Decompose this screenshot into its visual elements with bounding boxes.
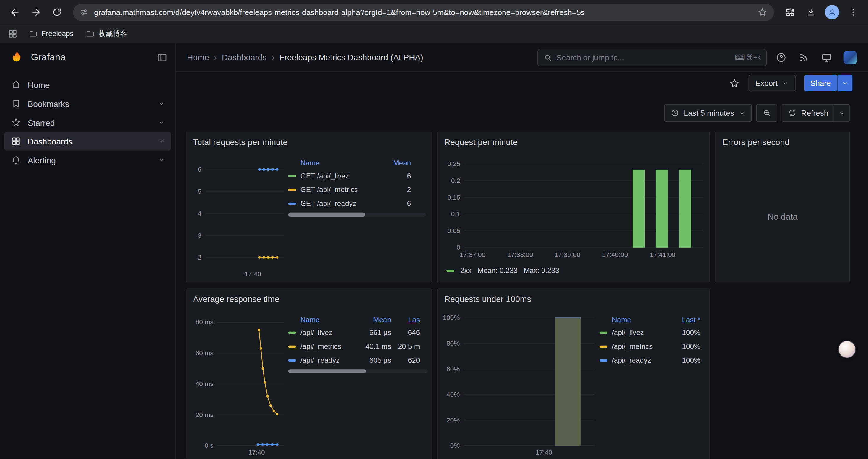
series-name[interactable]: 2xx [460,266,471,275]
grafana-logo-icon[interactable] [10,51,25,65]
refresh-icon [788,108,797,117]
browser-menu-button[interactable] [844,3,863,22]
legend-column-header[interactable]: Last * [667,316,700,324]
sidebar-item-dashboards[interactable]: Dashboards [4,132,171,151]
search-box[interactable]: ⌨⌘+k [537,48,767,66]
bookmarks-list: Freeleaps收藏博客 [25,27,130,40]
address-bar[interactable] [73,4,774,21]
panel-total-requests: Total requests per minute 6543217:40 Nam… [186,132,432,282]
series-name[interactable]: GET /api/_readyz [301,199,382,208]
series-value: 100% [667,328,700,337]
legend-column-header[interactable]: Las [391,316,420,324]
series-swatch [446,269,454,271]
url-input[interactable] [94,8,752,17]
chevron-down-icon[interactable] [158,137,165,145]
rss-icon[interactable] [798,52,809,63]
svg-text:40%: 40% [446,391,460,398]
breadcrumb-separator: › [272,53,274,62]
panel-title[interactable]: Requests under 100ms [444,294,531,303]
panel-title[interactable]: Request per minute [444,137,518,147]
sidebar-item-bookmarks[interactable]: Bookmarks [4,94,171,113]
svg-text:0%: 0% [450,442,460,449]
legend-scrollbar[interactable] [288,369,428,373]
back-button[interactable] [6,3,25,22]
header-icons [776,51,859,64]
panel-title[interactable]: Total requests per minute [193,137,288,147]
svg-text:6: 6 [198,166,201,173]
chevron-down-icon[interactable] [158,156,165,164]
assistant-avatar-button[interactable] [839,341,855,358]
home-icon [11,80,21,90]
sidebar-item-label: Alerting [28,155,151,165]
share-dropdown-button[interactable] [837,75,852,91]
chevron-down-icon[interactable] [158,119,165,126]
series-name[interactable]: /api/_metrics [301,342,358,350]
series-value: 646 [391,328,420,337]
sidebar-item-starred[interactable]: Starred [4,113,171,132]
panel-title[interactable]: Errors per second [723,137,789,147]
svg-text:17:37:00: 17:37:00 [460,251,486,258]
grafana-sidebar: Grafana HomeBookmarksStarredDashboardsAl… [0,43,176,459]
sidebar-item-label: Bookmarks [28,99,151,108]
favorite-star-icon[interactable] [729,78,740,88]
bookmark-item[interactable]: Freeleaps [25,27,77,40]
dock-sidebar-icon[interactable] [157,52,167,63]
legend-scrollbar[interactable] [288,213,426,217]
extensions-button[interactable] [780,3,800,22]
svg-text:17:40: 17:40 [248,449,265,456]
share-button[interactable]: Share [804,75,837,91]
svg-text:0.25: 0.25 [447,160,460,167]
breadcrumb-item[interactable]: Home [187,53,209,62]
profile-avatar[interactable] [825,5,839,20]
bookmark-label: Freeleaps [41,29,73,37]
sidebar-item-alerting[interactable]: Alerting [4,151,171,169]
chevron-down-icon[interactable] [158,100,165,107]
series-name[interactable]: /api/_livez [301,328,358,337]
panel-title[interactable]: Average response time [193,294,279,303]
series-name[interactable]: GET /api/_metrics [301,186,382,194]
search-input[interactable] [557,53,732,62]
scrollbar-thumb[interactable] [288,213,366,217]
series-value: 620 [391,356,420,364]
zoom-out-button[interactable] [756,104,777,122]
legend-row: /api/_livez100% [600,326,701,339]
help-icon[interactable] [776,52,786,63]
bookmark-star-icon[interactable] [757,7,768,17]
series-name[interactable]: /api/_readyz [612,356,667,364]
legend-header: NameMeanLas [288,314,420,326]
brand-name: Grafana [31,52,66,63]
org-avatar[interactable] [844,51,857,64]
legend-column-header[interactable]: Name [612,316,667,324]
time-range-picker[interactable]: Last 5 minutes [664,104,752,122]
legend-table: NameMeanGET /api/_livez6GET /api/_metric… [288,157,426,216]
downloads-button[interactable] [802,3,820,22]
breadcrumb-item[interactable]: Dashboards [222,53,267,62]
sidebar-item-home[interactable]: Home [4,75,171,94]
series-name[interactable]: /api/_readyz [301,356,358,364]
browser-toolbar [0,0,868,24]
series-name[interactable]: /api/_metrics [612,342,667,350]
site-settings-icon[interactable] [80,8,89,17]
series-value: 20.5 m [391,342,420,350]
svg-text:80%: 80% [446,340,460,347]
legend-column-header[interactable]: Name [301,159,382,167]
series-value: 100% [667,342,700,350]
export-button[interactable]: Export [749,75,795,91]
refresh-interval-button[interactable] [834,104,850,122]
series-name[interactable]: GET /api/_livez [301,172,382,180]
legend-column-header[interactable]: Name [301,316,358,324]
series-value: 661 µs [358,328,391,337]
series-name[interactable]: /api/_livez [612,328,667,337]
legend-column-header[interactable]: Mean [382,159,411,167]
apps-grid-icon[interactable] [8,29,18,39]
download-icon [806,7,816,17]
svg-text:40 ms: 40 ms [195,380,214,388]
breadcrumb: Home›Dashboards›Freeleaps Metrics Dashbo… [187,53,423,62]
bookmark-item[interactable]: 收藏博客 [83,27,131,40]
forward-button[interactable] [27,3,45,22]
display-icon[interactable] [821,52,832,63]
legend-column-header[interactable]: Mean [358,316,391,324]
scrollbar-thumb[interactable] [288,369,366,373]
refresh-button[interactable]: Refresh [782,104,834,122]
reload-button[interactable] [48,3,66,22]
